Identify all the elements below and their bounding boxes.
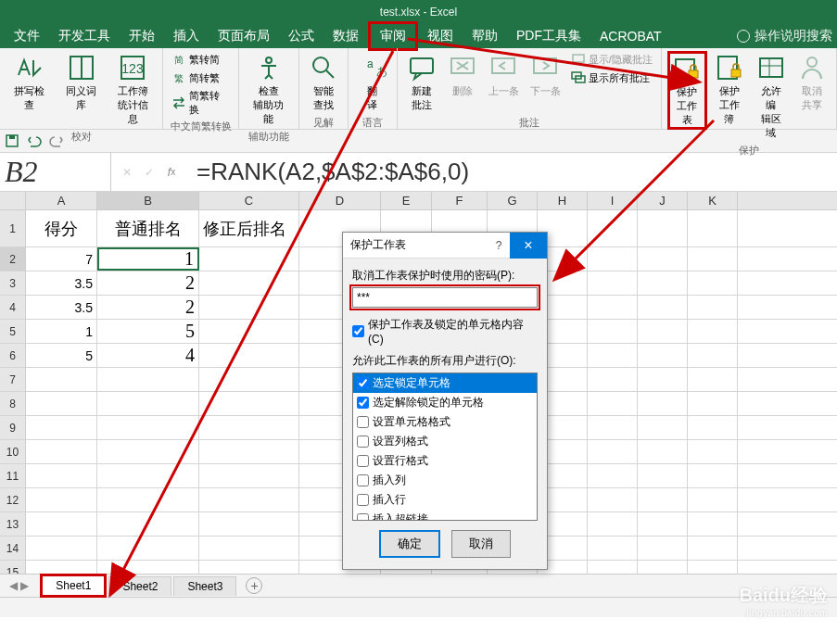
perm-option-4[interactable]: 设置行格式: [353, 451, 537, 471]
protect-workbook-button[interactable]: 保护 工作簿: [711, 51, 749, 128]
show-all-comments-button[interactable]: 显示所有批注: [568, 69, 655, 86]
show-hide-comment-button[interactable]: 显示/隐藏批注: [568, 51, 655, 68]
protect-sheet-dialog: 保护工作表 ? × 取消工作表保护时使用的密码(P): 保护工作表及锁定的单元格…: [342, 232, 548, 570]
unshare-button[interactable]: 取消 共享: [793, 51, 831, 114]
row-header-4[interactable]: 4: [0, 296, 26, 319]
tab-formulas[interactable]: 公式: [279, 24, 323, 48]
protect-sheet-button[interactable]: 保护 工作表: [667, 51, 707, 130]
protect-content-checkbox[interactable]: [352, 325, 364, 337]
col-header-j[interactable]: J: [638, 192, 688, 209]
sheet-tab-1[interactable]: Sheet1: [40, 574, 107, 598]
add-sheet-button[interactable]: +: [246, 577, 262, 594]
select-all-corner[interactable]: [0, 192, 26, 209]
col-header-h[interactable]: H: [538, 192, 588, 209]
trad-to-simp-button[interactable]: 简繁转简: [169, 51, 233, 68]
row-header-3[interactable]: 3: [0, 271, 26, 295]
dialog-close-button[interactable]: ×: [510, 233, 547, 259]
tab-insert[interactable]: 插入: [164, 24, 209, 48]
cell-c2[interactable]: [199, 247, 299, 271]
delete-comment-button[interactable]: 删除: [444, 51, 481, 100]
prev-comment-button[interactable]: 上一条: [485, 51, 523, 100]
svg-rect-17: [573, 55, 584, 62]
svg-text:简: 简: [174, 55, 184, 65]
redo-icon[interactable]: [49, 133, 64, 148]
tell-me[interactable]: 操作说明搜索: [737, 28, 832, 44]
cell-a6[interactable]: 5: [26, 344, 97, 367]
convert-icon: [171, 95, 186, 110]
tab-developer[interactable]: 开发工具: [49, 24, 120, 48]
confirm-formula-button[interactable]: ✓: [141, 164, 158, 181]
tab-data[interactable]: 数据: [323, 24, 368, 48]
cell-b3[interactable]: 2: [97, 271, 199, 295]
new-comment-button[interactable]: 新建 批注: [403, 51, 440, 114]
dialog-help-button[interactable]: ?: [488, 239, 510, 252]
col-header-f[interactable]: F: [432, 192, 488, 209]
undo-icon[interactable]: [27, 133, 42, 148]
cell-a3[interactable]: 3.5: [26, 271, 97, 295]
cell-b1[interactable]: 普通排名: [97, 210, 199, 246]
col-header-i[interactable]: I: [588, 192, 638, 209]
smart-lookup-button[interactable]: 智能 查找: [305, 51, 342, 114]
tab-help[interactable]: 帮助: [463, 24, 507, 48]
cell-b4[interactable]: 2: [97, 296, 199, 319]
spell-check-button[interactable]: 拼写检查: [6, 51, 54, 114]
perm-option-5[interactable]: 插入列: [353, 471, 537, 490]
cell-b6[interactable]: 4: [97, 344, 199, 367]
cell-b2[interactable]: 1: [97, 247, 199, 271]
save-icon[interactable]: [5, 133, 19, 148]
col-header-b[interactable]: B: [97, 192, 199, 209]
col-header-e[interactable]: E: [381, 192, 432, 209]
cancel-button[interactable]: 取消: [451, 530, 511, 558]
permissions-listbox[interactable]: 选定锁定单元格 选定解除锁定的单元格 设置单元格格式 设置列格式 设置行格式 插…: [352, 373, 538, 521]
row-header-1[interactable]: 1: [0, 210, 26, 246]
next-comment-button[interactable]: 下一条: [526, 51, 564, 100]
col-header-g[interactable]: G: [488, 192, 538, 209]
dialog-title: 保护工作表: [350, 237, 488, 253]
cell-a1[interactable]: 得分: [26, 210, 97, 246]
tab-file[interactable]: 文件: [5, 24, 49, 48]
cell-b5[interactable]: 5: [97, 320, 199, 343]
tab-layout[interactable]: 页面布局: [209, 24, 279, 48]
tab-acrobat[interactable]: ACROBAT: [590, 25, 671, 47]
row-header-6[interactable]: 6: [0, 344, 26, 367]
perm-option-1[interactable]: 选定解除锁定的单元格: [353, 393, 537, 412]
translate-button[interactable]: aあ 翻 译: [354, 51, 391, 114]
cell-c1[interactable]: 修正后排名: [199, 210, 299, 246]
cell-a4[interactable]: 3.5: [26, 296, 97, 319]
col-header-k[interactable]: K: [688, 192, 738, 209]
col-header-d[interactable]: D: [299, 192, 381, 209]
chinese-convert-button[interactable]: 简繁转换: [169, 88, 233, 118]
book-icon: [67, 53, 96, 82]
thesaurus-button[interactable]: 同义词库: [57, 51, 106, 114]
perm-option-6[interactable]: 插入行: [353, 490, 537, 510]
row-header-5[interactable]: 5: [0, 320, 26, 343]
perm-option-0[interactable]: 选定锁定单元格: [353, 373, 537, 393]
sheet-nav[interactable]: ◀ ▶: [9, 579, 38, 592]
formula-bar[interactable]: =RANK(A2,$A$2:$A$6,0): [187, 158, 469, 186]
tab-home[interactable]: 开始: [120, 24, 164, 48]
tab-review[interactable]: 审阅: [368, 21, 418, 51]
ok-button[interactable]: 确定: [379, 530, 440, 558]
check-accessibility-button[interactable]: 检查 辅助功能: [245, 51, 293, 128]
row-header-2[interactable]: 2: [0, 247, 26, 271]
fx-button[interactable]: fx: [163, 164, 180, 181]
simp-to-trad-button[interactable]: 繁简转繁: [169, 69, 233, 86]
workbook-stats-button[interactable]: 123 工作簿 统计信息: [109, 51, 158, 128]
cancel-formula-button[interactable]: ✕: [119, 164, 135, 181]
allow-edit-ranges-button[interactable]: 允许编 辑区域: [752, 51, 790, 142]
dialog-titlebar[interactable]: 保护工作表 ? ×: [343, 233, 547, 259]
sheet-tab-2[interactable]: Sheet2: [108, 576, 171, 596]
tab-pdf[interactable]: PDF工具集: [507, 24, 590, 48]
showhide-icon: [571, 52, 586, 67]
cell-a2[interactable]: 7: [26, 247, 97, 271]
col-header-c[interactable]: C: [199, 192, 299, 209]
perm-option-2[interactable]: 设置单元格格式: [353, 412, 537, 432]
cell-a5[interactable]: 1: [26, 320, 97, 343]
perm-option-3[interactable]: 设置列格式: [353, 432, 537, 451]
password-input[interactable]: [352, 287, 538, 308]
name-box[interactable]: B2: [0, 153, 111, 191]
sheet-tab-3[interactable]: Sheet3: [173, 576, 236, 596]
perm-option-7[interactable]: 插入超链接: [353, 510, 537, 521]
tab-view[interactable]: 视图: [418, 24, 463, 48]
col-header-a[interactable]: A: [26, 192, 97, 209]
